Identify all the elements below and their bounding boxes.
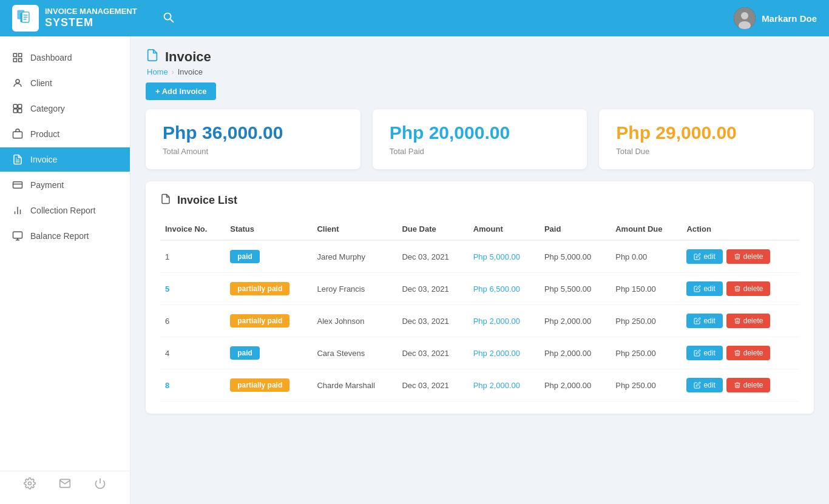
cell-amount-due: Php 250.00: [611, 337, 682, 369]
delete-button[interactable]: delete: [726, 249, 771, 264]
cell-action: edit delete: [682, 369, 799, 402]
svg-rect-21: [13, 182, 22, 189]
svg-point-7: [741, 12, 748, 19]
dashboard-icon: [12, 52, 23, 63]
breadcrumb-home[interactable]: Home: [147, 67, 168, 76]
svg-rect-11: [13, 59, 16, 62]
col-amount: Amount: [469, 218, 540, 240]
top-header: INVOICE MANAGEMENT SYSTEM Markarn Doe: [0, 0, 829, 36]
sidebar-item-collection-report[interactable]: Collection Report: [0, 198, 130, 223]
sidebar-label-client: Client: [30, 78, 52, 88]
total-amount-label: Total Amount: [163, 147, 343, 156]
sidebar-label-category: Category: [30, 104, 65, 113]
cell-status: partially paid: [225, 369, 312, 402]
main-layout: Dashboard Client Category Product Invoic…: [0, 36, 829, 504]
sidebar-label-balance-report: Balance Report: [30, 231, 89, 241]
sidebar-bottom: [0, 471, 130, 498]
table-header: Invoice No. Status Client Due Date Amoun…: [160, 218, 799, 240]
invoice-no: 6: [165, 317, 169, 326]
cell-status: paid: [225, 337, 312, 369]
col-action: Action: [682, 218, 799, 240]
svg-point-13: [16, 79, 19, 83]
mail-icon[interactable]: [59, 477, 71, 492]
invoice-no: 1: [165, 252, 169, 261]
total-paid-value: Php 20,000.00: [390, 123, 570, 143]
invoice-no-link[interactable]: 8: [165, 381, 169, 390]
sidebar-nav: Dashboard Client Category Product Invoic…: [0, 45, 130, 248]
sidebar-label-collection-report: Collection Report: [30, 206, 95, 215]
edit-button[interactable]: edit: [686, 346, 722, 360]
invoice-no-link[interactable]: 5: [165, 284, 169, 294]
logo-text: INVOICE MANAGEMENT SYSTEM: [45, 7, 137, 29]
edit-button[interactable]: edit: [686, 249, 722, 264]
cell-invoice-no: 6: [160, 305, 225, 337]
page-header: Invoice Home › Invoice + Add Invoice: [146, 49, 814, 100]
sidebar-item-client[interactable]: Client: [0, 71, 130, 95]
svg-rect-9: [13, 53, 16, 56]
svg-rect-26: [13, 232, 22, 238]
total-due-value: Php 29,000.00: [616, 123, 797, 143]
edit-button[interactable]: edit: [686, 378, 722, 392]
cell-client: Leroy Francis: [312, 273, 397, 305]
header-right: Markarn Doe: [734, 7, 817, 29]
status-badge: partially paid: [230, 282, 289, 295]
delete-button[interactable]: delete: [726, 346, 771, 360]
sidebar-item-dashboard[interactable]: Dashboard: [0, 45, 130, 70]
power-icon[interactable]: [94, 477, 106, 492]
settings-icon[interactable]: [24, 477, 36, 492]
invoice-tbody: 1 paid Jared Murphy Dec 03, 2021 Php 5,0…: [160, 240, 799, 402]
svg-point-29: [29, 482, 32, 485]
invoice-list-card: Invoice List Invoice No. Status Client D…: [146, 181, 814, 414]
logo-line2: SYSTEM: [45, 16, 137, 30]
invoice-list-title-icon: [160, 193, 171, 207]
svg-rect-14: [13, 104, 17, 108]
cell-amount: Php 2,000.00: [469, 369, 540, 402]
cell-status: partially paid: [225, 305, 312, 337]
sidebar-label-payment: Payment: [30, 180, 64, 190]
cell-client: Jared Murphy: [312, 240, 397, 273]
table-row: 1 paid Jared Murphy Dec 03, 2021 Php 5,0…: [160, 240, 799, 273]
sidebar-item-payment[interactable]: Payment: [0, 173, 130, 197]
cell-paid: Php 2,000.00: [540, 337, 611, 369]
delete-button[interactable]: delete: [726, 314, 771, 328]
cell-invoice-no: 1: [160, 240, 225, 273]
category-icon: [12, 103, 23, 114]
cell-amount: Php 2,000.00: [469, 337, 540, 369]
svg-rect-15: [18, 104, 22, 108]
col-client: Client: [312, 218, 397, 240]
sidebar-item-balance-report[interactable]: Balance Report: [0, 224, 130, 248]
total-due-label: Total Due: [616, 147, 797, 156]
breadcrumb-current: Invoice: [178, 67, 203, 76]
col-paid: Paid: [540, 218, 611, 240]
status-badge: partially paid: [230, 314, 289, 328]
delete-button[interactable]: delete: [726, 281, 771, 296]
total-paid-label: Total Paid: [390, 147, 570, 156]
logo-box: [12, 5, 39, 32]
action-buttons: edit delete: [686, 314, 794, 328]
edit-button[interactable]: edit: [686, 281, 722, 296]
sidebar-label-invoice: Invoice: [30, 155, 57, 164]
cell-paid: Php 5,500.00: [540, 273, 611, 305]
col-amount-due: Amount Due: [611, 218, 682, 240]
sidebar-item-invoice[interactable]: Invoice: [0, 147, 130, 172]
page-title-row: Invoice: [146, 49, 814, 65]
collection-report-icon: [12, 205, 23, 216]
delete-button[interactable]: delete: [726, 378, 771, 392]
total-due-card: Php 29,000.00 Total Due: [599, 109, 814, 169]
search-icon[interactable]: [161, 10, 175, 26]
svg-rect-12: [19, 59, 22, 62]
action-buttons: edit delete: [686, 281, 794, 296]
edit-button[interactable]: edit: [686, 314, 722, 328]
cell-due-date: Dec 03, 2021: [397, 240, 468, 273]
col-status: Status: [225, 218, 312, 240]
cell-paid: Php 5,000.00: [540, 240, 611, 273]
status-badge: paid: [230, 346, 260, 360]
invoice-list-title: Invoice List: [160, 193, 799, 207]
svg-rect-17: [18, 109, 22, 113]
product-icon: [12, 129, 23, 139]
sidebar-item-category[interactable]: Category: [0, 96, 130, 121]
cell-action: edit delete: [682, 337, 799, 369]
sidebar-item-product[interactable]: Product: [0, 122, 130, 146]
cell-paid: Php 2,000.00: [540, 305, 611, 337]
add-invoice-button[interactable]: + Add Invoice: [146, 82, 216, 100]
